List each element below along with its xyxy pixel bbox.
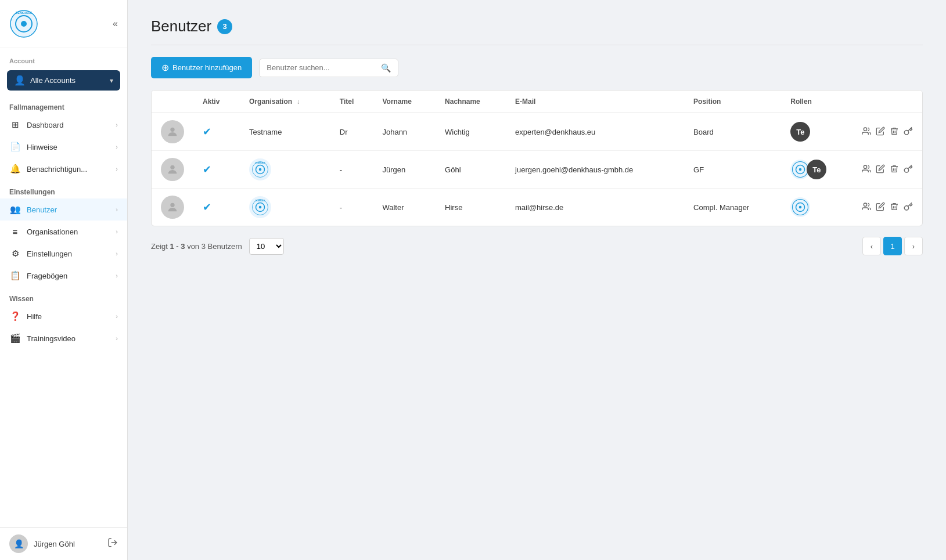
col-avatar (152, 91, 193, 113)
chevron-right-icon: › (116, 335, 118, 342)
sidebar-item-dashboard[interactable]: ⊞ Dashboard › (0, 114, 127, 136)
hilfe-icon: ❓ (9, 310, 21, 322)
svg-point-5 (170, 128, 174, 132)
cell-vorname: Jürgen (373, 151, 436, 189)
action-icons (862, 127, 913, 138)
nav-section-title: Fallmanagement (0, 95, 127, 114)
role-avatar (790, 197, 810, 217)
cell-actions (853, 151, 922, 189)
cell-aktiv: ✔ (193, 151, 240, 189)
trainingsvideo-icon: 🎬 (9, 333, 21, 344)
edit-icon[interactable] (876, 127, 885, 138)
chevron-right-icon: › (116, 228, 118, 235)
user-avatar (161, 158, 184, 181)
sidebar-item-label: Benutzer (27, 205, 110, 214)
svg-text:DENKHAUS: DENKHAUS (256, 162, 265, 164)
svg-text:DENKHAUS: DENKHAUS (16, 11, 33, 15)
users-icon[interactable] (862, 164, 871, 175)
users-icon[interactable] (862, 127, 871, 138)
active-check-icon: ✔ (203, 126, 211, 138)
edit-icon[interactable] (876, 202, 885, 213)
cell-nachname: Göhl (436, 151, 506, 189)
table-body: ✔TestnameDrJohannWichtigexperten@denkhau… (152, 113, 922, 226)
plus-icon: ⊕ (161, 62, 169, 73)
cell-actions (853, 113, 922, 151)
col-organisation[interactable]: Organisation ↓ (240, 91, 330, 113)
cell-titel: - (330, 151, 373, 189)
svg-point-24 (864, 203, 866, 206)
avatar: 👤 (9, 534, 28, 553)
chevron-right-icon: › (116, 250, 118, 257)
cell-actions (853, 189, 922, 226)
action-icons (862, 164, 913, 175)
sidebar-item-fragebögen[interactable]: 📋 Fragebögen › (0, 265, 127, 287)
per-page-select[interactable]: 10 25 50 100 (249, 238, 284, 255)
role-avatars: Te (790, 122, 843, 142)
logout-button[interactable] (107, 537, 118, 550)
toolbar: ⊕ Benutzer hinzufügen 🔍 (151, 57, 923, 78)
pagination-left: Zeigt 1 - 3 von 3 Benutzern 10 25 50 100 (151, 238, 284, 255)
chevron-right-icon: › (116, 272, 118, 279)
table-row: ✔ DENKHAUS -JürgenGöhljuergen.goehl@denk… (152, 151, 922, 189)
sidebar-item-trainingsvideo[interactable]: 🎬 Trainingsvideo › (0, 327, 127, 349)
sidebar-item-hilfe[interactable]: ❓ Hilfe › (0, 305, 127, 327)
add-user-button[interactable]: ⊕ Benutzer hinzufügen (151, 57, 252, 78)
sidebar-item-label: Fragebögen (27, 272, 110, 280)
delete-icon[interactable] (890, 127, 899, 138)
cell-aktiv: ✔ (193, 113, 240, 151)
org-logo: DENKHAUS (249, 158, 271, 180)
cell-position: Board (684, 113, 781, 151)
chevron-right-icon: › (116, 143, 118, 150)
sidebar-item-benachrichtigungen[interactable]: 🔔 Benachrichtigun... › (0, 158, 127, 180)
sidebar-item-hinweise[interactable]: 📄 Hinweise › (0, 136, 127, 158)
sidebar-item-benutzer[interactable]: 👥 Benutzer › (0, 198, 127, 221)
col-rollen: Rollen (781, 91, 853, 113)
cell-vorname: Johann (373, 113, 436, 151)
organisationen-icon: ≡ (9, 226, 21, 237)
next-page-button[interactable]: › (904, 237, 923, 255)
dashboard-icon: ⊞ (9, 119, 21, 131)
svg-point-23 (799, 206, 802, 209)
cell-position: Compl. Manager (684, 189, 781, 226)
chevron-right-icon: › (116, 121, 118, 128)
fragebögen-icon: 📋 (9, 270, 21, 281)
delete-icon[interactable] (890, 202, 899, 213)
nav-section-title: Wissen (0, 287, 127, 305)
cell-email: juergen.goehl@denkhaus-gmbh.de (506, 151, 684, 189)
svg-point-6 (864, 128, 866, 131)
sidebar-item-label: Trainingsvideo (27, 334, 110, 343)
cell-position: GF (684, 151, 781, 189)
prev-page-button[interactable]: ‹ (862, 237, 881, 255)
search-input[interactable] (267, 63, 376, 72)
edit-icon[interactable] (876, 164, 885, 175)
account-icon: 👤 (14, 75, 26, 86)
sidebar-item-label: Dashboard (27, 121, 110, 129)
sidebar-logo-area: DENKHAUS « (0, 0, 127, 48)
chevron-right-icon: › (116, 206, 118, 213)
sidebar-item-organisationen[interactable]: ≡ Organisationen › (0, 221, 127, 243)
key-icon[interactable] (904, 164, 913, 175)
pagination-row: Zeigt 1 - 3 von 3 Benutzern 10 25 50 100… (151, 237, 923, 255)
delete-icon[interactable] (890, 164, 899, 175)
svg-point-14 (799, 168, 802, 171)
cell-nachname: Hirse (436, 189, 506, 226)
page-title: Benutzer (151, 17, 211, 35)
sidebar-collapse-button[interactable]: « (113, 19, 118, 29)
role-avatar: Te (807, 160, 826, 179)
cell-vorname: Walter (373, 189, 436, 226)
cell-organisation: DENKHAUS (240, 189, 330, 226)
svg-point-19 (259, 206, 262, 209)
key-icon[interactable] (904, 127, 913, 138)
active-check-icon: ✔ (203, 164, 211, 175)
users-icon[interactable] (862, 202, 871, 213)
sidebar-item-label: Hilfe (27, 312, 110, 321)
cell-rollen (781, 189, 853, 226)
page-1-button[interactable]: 1 (883, 237, 902, 255)
table-row: ✔ DENKHAUS -WalterHirsemail@hirse.deComp… (152, 189, 922, 226)
account-selector[interactable]: 👤 Alle Accounts ▾ (7, 70, 120, 91)
sidebar-item-einstellungen[interactable]: ⚙ Einstellungen › (0, 243, 127, 265)
col-nachname: Nachname (436, 91, 506, 113)
user-avatar (161, 120, 184, 143)
cell-aktiv: ✔ (193, 189, 240, 226)
key-icon[interactable] (904, 202, 913, 213)
